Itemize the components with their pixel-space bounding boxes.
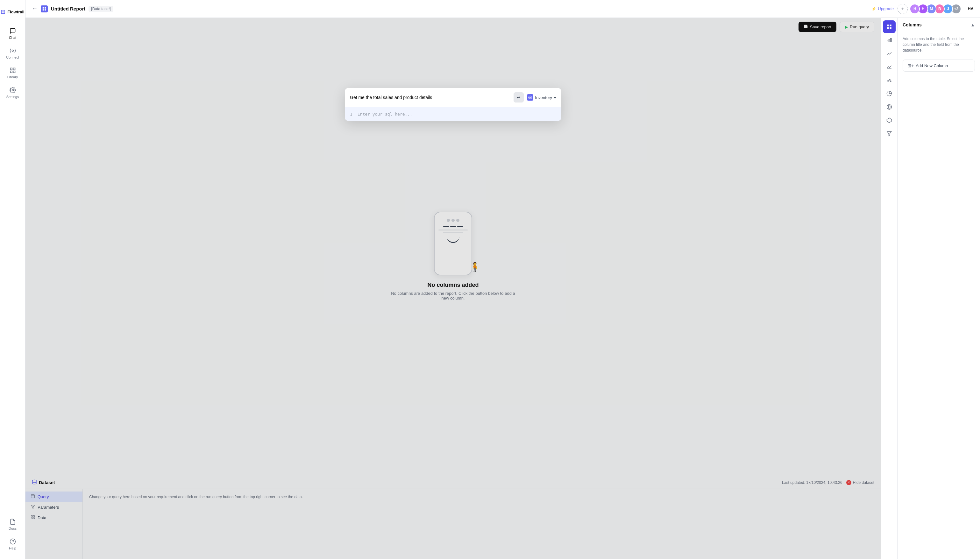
sidebar-connect-label: Connect [6,55,19,59]
source-icon [527,94,533,101]
svg-point-31 [890,81,891,82]
ai-query-input[interactable] [350,95,511,100]
sidebar-item-library[interactable]: Library [0,63,25,83]
right-sidebar: Columns ▲ Add columns to the table. Sele… [897,18,980,559]
svg-rect-21 [887,25,889,26]
svg-point-20 [529,97,530,98]
svg-rect-2 [13,68,15,70]
upgrade-icon: ⚡ [871,7,876,11]
svg-point-5 [12,89,13,91]
svg-point-29 [887,81,888,81]
ai-query-panel: ↩ Inventory ▾ 1 Enter your sql here... [345,88,561,121]
settings-icon [9,87,16,94]
library-icon [9,67,16,74]
main-content: Save report ▶ Run query [25,18,881,559]
sidebar-item-chat[interactable]: Chat [0,23,25,43]
sidebar-item-help[interactable]: Help [0,534,25,554]
chart-type-sidebar [881,18,897,559]
docs-icon [9,518,16,525]
line-chart-button[interactable] [883,47,896,60]
avatar-group: H H M B J +3 [912,4,961,14]
radar-chart-button[interactable] [883,114,896,127]
svg-rect-10 [43,9,44,10]
svg-marker-34 [887,118,891,123]
upgrade-button[interactable]: ⚡ Upgrade [871,7,894,11]
svg-rect-23 [887,27,889,29]
scatter-chart-button[interactable] [883,74,896,87]
sql-line-number: 1 [350,112,352,116]
header-left: ← Untitled Report [Data table] [32,5,113,12]
sidebar: ⊞ Flowtrail Chat Connect Library Setting… [0,0,25,559]
report-type-badge: [Data table] [89,6,113,12]
ai-query-enter-button[interactable]: ↩ [514,92,524,103]
app-logo: ⊞ Flowtrail [0,5,25,18]
svg-rect-8 [43,7,44,8]
sidebar-chat-label: Chat [9,36,16,40]
svg-point-0 [12,50,13,51]
columns-panel-description: Add columns to the table. Select the col… [897,32,980,57]
add-column-button[interactable]: ⊞+ Add New Column [902,60,975,72]
svg-rect-26 [889,39,889,42]
sidebar-item-connect[interactable]: Connect [0,43,25,63]
connect-icon [9,47,16,54]
area-chart-button[interactable] [883,61,896,73]
header: ← Untitled Report [Data table] ⚡ Upgrade… [25,0,980,18]
ai-query-input-row: ↩ Inventory ▾ [345,88,561,107]
report-title: Untitled Report [51,6,85,12]
sidebar-item-settings[interactable]: Settings [0,83,25,103]
sidebar-library-label: Library [7,75,18,79]
help-icon [9,538,16,545]
svg-rect-11 [45,9,46,10]
svg-rect-1 [10,68,12,70]
avatar-h1[interactable]: H [910,4,920,14]
table-view-button[interactable] [883,20,896,33]
sidebar-docs-label: Docs [8,526,17,530]
enter-icon: ↩ [517,95,521,100]
back-button[interactable]: ← [32,5,38,12]
svg-rect-9 [45,7,46,8]
svg-rect-25 [887,40,888,42]
bar-chart-button[interactable] [883,34,896,46]
svg-rect-3 [10,71,12,73]
geo-chart-button[interactable] [883,101,896,113]
pie-chart-button[interactable] [883,87,896,100]
columns-panel-collapse-icon[interactable]: ▲ [970,22,975,27]
ai-query-sql-area[interactable]: 1 Enter your sql here... [345,107,561,121]
sidebar-item-docs[interactable]: Docs [0,514,25,534]
sidebar-help-label: Help [9,546,16,550]
add-column-label: Add New Column [916,63,948,68]
svg-rect-4 [13,71,15,73]
svg-rect-27 [890,38,891,42]
svg-rect-22 [889,25,891,26]
svg-rect-24 [889,27,891,29]
source-label: Inventory [535,95,552,100]
sidebar-settings-label: Settings [7,95,19,99]
logo-icon: ⊞ [1,8,5,15]
report-icon [41,5,48,12]
chat-icon [9,27,16,35]
add-member-button[interactable]: + [897,4,908,14]
columns-panel-header: Columns ▲ [897,18,980,32]
svg-point-30 [889,79,890,80]
header-right: ⚡ Upgrade + H H M B J +3 HA [871,4,973,14]
sidebar-bottom: Docs Help [0,514,25,554]
main-wrapper: Save report ▶ Run query [25,18,980,559]
source-dropdown-icon: ▾ [554,95,556,100]
app-name: Flowtrail [7,10,24,14]
sql-placeholder: Enter your sql here... [357,112,412,116]
add-column-icon: ⊞+ [907,63,914,68]
upgrade-label: Upgrade [878,7,894,11]
ai-query-overlay[interactable]: ↩ Inventory ▾ 1 Enter your sql here... [25,18,881,559]
ai-query-source-selector[interactable]: Inventory ▾ [527,94,556,101]
current-user-label: HA [968,7,973,11]
funnel-chart-button[interactable] [883,127,896,140]
columns-panel-title: Columns [902,22,922,27]
